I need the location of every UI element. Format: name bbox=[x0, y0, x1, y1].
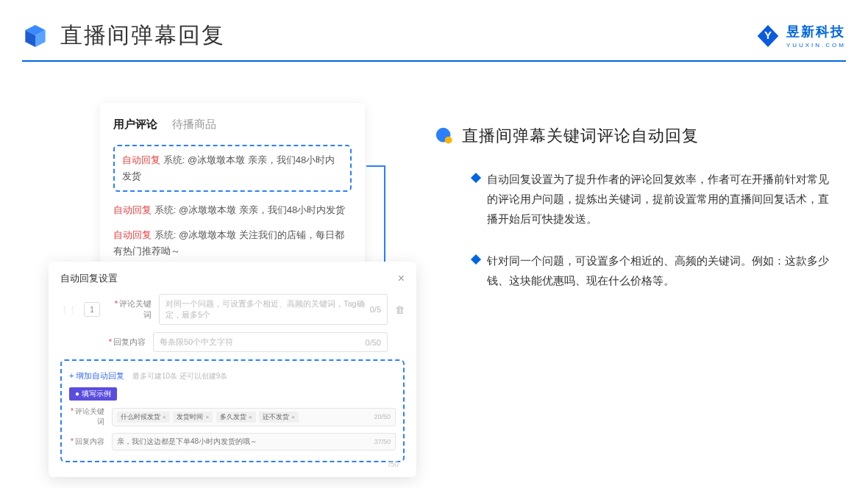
ex-keyword-label: *评论关键词 bbox=[69, 406, 104, 427]
tab-user-comments[interactable]: 用户评论 bbox=[113, 118, 157, 132]
settings-title-row: 自动回复设置 × bbox=[60, 272, 405, 285]
ex-tag[interactable]: 还不发货× bbox=[259, 412, 299, 423]
page-title: 直播间弹幕回复 bbox=[60, 21, 225, 51]
comment-row-highlighted: 自动回复 系统: @冰墩墩本墩 亲亲，我们48小时内发货 bbox=[113, 145, 352, 192]
example-content-line: *回复内容 亲，我们这边都是下单48小时内发货的哦～ 37/50 bbox=[69, 433, 396, 451]
auto-reply-tag: 自动回复 bbox=[113, 229, 152, 240]
bullet-text: 针对同一个问题，可设置多个相近的、高频的关键词。例如：这款多少钱、这块能优惠吗、… bbox=[487, 251, 831, 290]
tabs: 用户评论 待播商品 bbox=[113, 118, 352, 132]
right-title: 直播间弹幕关键词评论自动回复 bbox=[462, 125, 699, 147]
comment-row: 自动回复 系统: @冰墩墩本墩 亲亲，我们48小时内发货 bbox=[113, 202, 352, 218]
header: 直播间弹幕回复 Y 昱新科技 YUUXIN.COM bbox=[22, 21, 846, 51]
content-placeholder: 每条限50个中文字符 bbox=[160, 337, 233, 348]
bullet-row: 针对同一个问题，可设置多个相近的、高频的关键词。例如：这款多少钱、这块能优惠吗、… bbox=[434, 251, 831, 290]
comment-body: @冰墩墩本墩 亲亲，我们48小时内发货 bbox=[179, 204, 345, 215]
ex-tag[interactable]: 多久发货× bbox=[216, 412, 256, 423]
settings-title: 自动回复设置 bbox=[60, 272, 118, 285]
example-tag: ● 填写示例 bbox=[69, 387, 117, 401]
svg-text:Y: Y bbox=[764, 29, 772, 41]
example-box: + 增加自动回复 最多可建10条 还可以创建9条 ● 填写示例 *评论关键词 什… bbox=[60, 359, 405, 462]
tab-pending-products[interactable]: 待播商品 bbox=[172, 118, 216, 132]
ex-tag[interactable]: 什么时候发货× bbox=[117, 412, 170, 423]
bullet-text: 自动回复设置为了提升作者的评论回复效率，作者可在开播前针对常见的评论用户问题，提… bbox=[487, 169, 831, 229]
add-hint: 最多可建10条 还可以创建9条 bbox=[132, 372, 227, 380]
ex-tag[interactable]: 发货时间× bbox=[173, 412, 213, 423]
connector-line bbox=[366, 165, 385, 167]
keyword-input[interactable]: 对同一个问题，可设置多个相近、高频的关键词，Tag确定，最多5个 0/5 bbox=[159, 294, 388, 325]
bubble-icon bbox=[434, 126, 455, 146]
drag-icon[interactable]: ⋮⋮ bbox=[60, 305, 77, 315]
stray-count: /50 bbox=[388, 460, 399, 468]
close-icon[interactable]: × bbox=[398, 272, 405, 285]
cube-icon bbox=[22, 23, 49, 49]
settings-card: 自动回复设置 × ⋮⋮ 1 *评论关键词 对同一个问题，可设置多个相近、高频的关… bbox=[49, 262, 416, 477]
ex-content-input[interactable]: 亲，我们这边都是下单48小时内发货的哦～ 37/50 bbox=[112, 433, 396, 451]
ex-content-value: 亲，我们这边都是下单48小时内发货的哦～ bbox=[117, 437, 257, 447]
right-title-row: 直播间弹幕关键词评论自动回复 bbox=[434, 125, 831, 147]
svg-point-6 bbox=[445, 137, 452, 144]
bullet-row: 自动回复设置为了提升作者的评论回复效率，作者可在开播前针对常见的评论用户问题，提… bbox=[434, 169, 831, 229]
rule-index: 1 bbox=[84, 302, 100, 317]
ex-keyword-input[interactable]: 什么时候发货× 发货时间× 多久发货× 还不发货× 20/50 bbox=[112, 408, 396, 426]
ex-content-count: 37/50 bbox=[374, 438, 391, 445]
diamond-icon bbox=[471, 173, 481, 183]
brand-sub: YUUXIN.COM bbox=[786, 42, 846, 49]
ex-content-label: *回复内容 bbox=[69, 437, 104, 447]
keyword-placeholder: 对同一个问题，可设置多个相近、高频的关键词，Tag确定，最多5个 bbox=[166, 298, 370, 320]
delete-icon[interactable]: 🗑 bbox=[395, 304, 405, 315]
auto-reply-tag: 自动回复 bbox=[122, 154, 160, 165]
comment-row: 自动回复 系统: @冰墩墩本墩 关注我们的店铺，每日都有热门推荐呦～ bbox=[113, 227, 352, 259]
ex-keyword-count: 20/50 bbox=[374, 413, 391, 420]
brand: Y 昱新科技 YUUXIN.COM bbox=[755, 23, 846, 49]
brand-icon: Y bbox=[755, 24, 780, 49]
content-input[interactable]: 每条限50个中文字符 0/50 bbox=[153, 332, 388, 352]
system-label: 系统: bbox=[154, 229, 177, 240]
keyword-count: 0/5 bbox=[370, 305, 381, 314]
form-line-content: *回复内容 每条限50个中文字符 0/50 bbox=[60, 332, 405, 352]
keyword-label: *评论关键词 bbox=[107, 298, 152, 320]
example-keyword-line: *评论关键词 什么时候发货× 发货时间× 多久发货× 还不发货× 20/50 bbox=[69, 406, 396, 427]
brand-name: 昱新科技 bbox=[786, 23, 846, 40]
form-line-keyword: ⋮⋮ 1 *评论关键词 对同一个问题，可设置多个相近、高频的关键词，Tag确定，… bbox=[60, 294, 405, 325]
diamond-icon bbox=[471, 254, 481, 265]
auto-reply-tag: 自动回复 bbox=[113, 204, 152, 215]
right-column: 直播间弹幕关键词评论自动回复 自动回复设置为了提升作者的评论回复效率，作者可在开… bbox=[434, 125, 831, 312]
system-label: 系统: bbox=[163, 154, 185, 165]
add-auto-reply-link[interactable]: + 增加自动回复 bbox=[69, 371, 124, 380]
content-label: *回复内容 bbox=[102, 337, 146, 348]
header-left: 直播间弹幕回复 bbox=[22, 21, 225, 51]
header-divider bbox=[22, 60, 846, 62]
content-count: 0/50 bbox=[366, 338, 381, 347]
system-label: 系统: bbox=[154, 204, 177, 215]
